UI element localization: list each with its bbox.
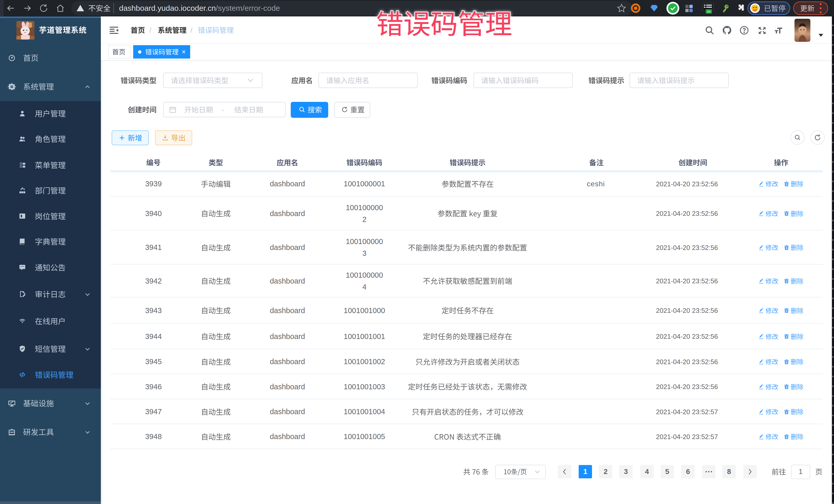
svg-text:on: on: [707, 10, 710, 13]
